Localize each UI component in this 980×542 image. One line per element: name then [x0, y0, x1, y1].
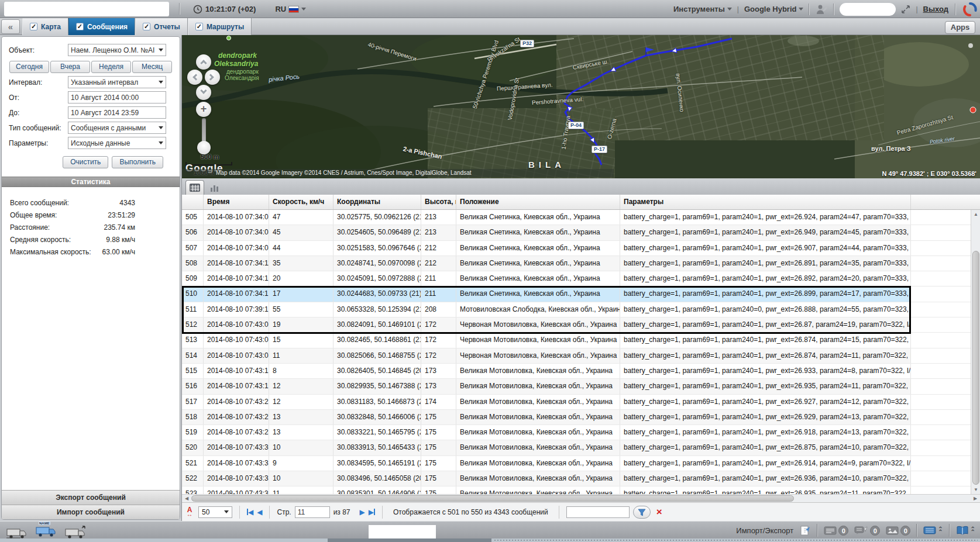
column-header-index[interactable]	[182, 195, 204, 209]
table-row[interactable]: 5102014-08-10 07:34:171730.0244683, 50.0…	[182, 286, 980, 302]
table-row[interactable]: 5082014-08-10 07:34:113530.0248741, 50.0…	[182, 256, 980, 271]
horizontal-scrollbar[interactable]: ◀ ▶	[182, 494, 980, 502]
vertical-scrollbar[interactable]: ▲ ▼	[971, 210, 980, 494]
vertical-scrollbar-thumb[interactable]	[972, 251, 979, 485]
tab-checkbox[interactable]: ✓	[30, 23, 37, 30]
language-selector[interactable]: RU	[275, 5, 306, 13]
zoom-in-button[interactable]: +	[196, 102, 211, 117]
pagination-bar: A↔ 50 ◀ ◀ Стр. из 87 ▶ ▶ Отображается с …	[182, 502, 980, 521]
column-header-Высота, м[interactable]: Высота, м	[421, 195, 456, 209]
quick-range-Вчера[interactable]: Вчера	[50, 61, 90, 73]
pan-right-button[interactable]	[205, 70, 220, 85]
user-settings-icon[interactable]	[815, 4, 828, 15]
cell-parameters: battery_charge=1, param69=1, param240=1,…	[620, 471, 911, 486]
expand-icon[interactable]	[901, 5, 910, 14]
bottom-scrollbar-thumb[interactable]	[328, 538, 491, 542]
table-row[interactable]: 5132014-08-10 07:43:061530.082465, 50.14…	[182, 333, 980, 348]
follow-unit-truck-icon[interactable]	[64, 526, 87, 540]
message-type-select[interactable]: Сообщения с данными	[68, 122, 166, 134]
table-row[interactable]: 5222014-08-10 07:43:331030.083496, 50.14…	[182, 471, 980, 486]
tab-checkbox[interactable]: ✓	[143, 23, 150, 30]
table-row[interactable]: 5232014-08-10 07:43:341130.0835301, 50.1…	[182, 486, 980, 494]
quick-range-Неделя[interactable]: Неделя	[91, 61, 131, 73]
object-select[interactable]: Наем. Лещенко О.М. №АІ	[68, 44, 166, 56]
table-row[interactable]: 5072014-08-10 07:34:084430.0251583, 50.0…	[182, 241, 980, 256]
autofit-columns-icon[interactable]: A↔	[187, 508, 192, 517]
user-name-area	[840, 3, 896, 16]
import-export-icon[interactable]	[799, 525, 811, 536]
media-counter[interactable]: 0	[886, 526, 910, 536]
table-row[interactable]: 5192014-08-10 07:43:281330.0833221, 50.1…	[182, 425, 980, 440]
scroll-down-arrow[interactable]: ▼	[971, 485, 980, 494]
collapse-panel-button[interactable]: «	[1, 19, 20, 34]
from-date-input[interactable]	[71, 94, 163, 102]
first-page-button[interactable]: ◀	[247, 508, 253, 516]
next-page-button[interactable]: ▶	[360, 508, 365, 516]
map[interactable]: dendroparkOleksandriyaдендропаркОлександ…	[182, 35, 980, 178]
table-row[interactable]: 5212014-08-10 07:43:32930.0834595, 50.14…	[182, 456, 980, 471]
monitoring-truck-icon[interactable]	[6, 526, 27, 540]
horizontal-scrollbar-thumb[interactable]	[191, 495, 794, 502]
table-row[interactable]: 5152014-08-10 07:43:12830.0826405, 50.14…	[182, 364, 980, 379]
tab-Карта[interactable]: ✓Карта	[22, 18, 68, 35]
column-header-Параметры[interactable]: Параметры	[620, 195, 911, 209]
pan-left-button[interactable]	[187, 70, 202, 85]
table-row[interactable]: 5122014-08-10 07:43:051930.0824091, 50.1…	[182, 317, 980, 333]
scroll-left-arrow[interactable]: ◀	[183, 495, 191, 502]
interval-select[interactable]: Указанный интервал	[68, 76, 166, 88]
cell-index: 514	[182, 348, 204, 363]
column-header-Положение[interactable]: Положение	[456, 195, 620, 209]
chart-view-tab[interactable]	[205, 180, 224, 195]
table-row[interactable]: 5182014-08-10 07:43:271330.0832848, 50.1…	[182, 410, 980, 425]
page-number-input[interactable]	[295, 506, 330, 518]
clear-button[interactable]: Очистить	[63, 156, 108, 168]
table-row[interactable]: 5052014-08-10 07:34:024730.025775, 50.09…	[182, 210, 980, 225]
scroll-right-arrow[interactable]: ▶	[971, 495, 979, 502]
map-source-menu[interactable]: Google Hybrid	[744, 5, 804, 13]
sms-counter[interactable]: 0	[824, 526, 848, 536]
tab-checkbox[interactable]: ✓	[195, 23, 203, 30]
prev-page-button[interactable]: ◀	[257, 508, 262, 516]
table-row[interactable]: 5092014-08-10 07:34:162030.0245091, 50.0…	[182, 271, 980, 286]
tab-checkbox[interactable]: ✓	[76, 23, 84, 30]
column-header-Время[interactable]: Время	[204, 195, 269, 209]
scroll-up-arrow[interactable]: ▲	[971, 210, 980, 219]
last-page-button[interactable]: ▶	[369, 508, 375, 516]
table-row[interactable]: 5142014-08-10 07:43:071130.0825066, 50.1…	[182, 348, 980, 364]
parameters-select[interactable]: Исходные данные	[68, 137, 166, 149]
column-header-Скорость, км/ч[interactable]: Скорость, км/ч	[269, 195, 333, 209]
pan-down-button[interactable]	[196, 85, 211, 100]
log-panel-toggle[interactable]: ⌃⌃	[956, 526, 975, 535]
to-date-input[interactable]	[71, 109, 163, 117]
zoom-slider-knob[interactable]	[197, 141, 211, 154]
filter-input[interactable]	[566, 506, 630, 518]
bottom-edge-strip	[0, 538, 980, 542]
clear-filter-button[interactable]: ×	[656, 506, 662, 518]
filter-button[interactable]	[633, 506, 651, 519]
tab-Маршруты[interactable]: ✓Маршруты	[188, 18, 252, 35]
execute-button[interactable]: Выполнить	[112, 156, 163, 168]
notification-counter[interactable]: 0	[854, 526, 880, 536]
quick-range-Месяц[interactable]: Месяц	[132, 61, 172, 73]
tools-menu[interactable]: Инструменты	[673, 5, 732, 13]
logout-link[interactable]: Выход	[923, 5, 948, 13]
table-row[interactable]: 5202014-08-10 07:43:301030.0833913, 50.1…	[182, 440, 980, 455]
keyboard-panel-toggle[interactable]: ⌃⌃	[923, 526, 943, 534]
import-messages-button[interactable]: Импорт сообщений	[2, 505, 180, 519]
pan-up-button[interactable]	[196, 54, 211, 70]
unit-names-truck-icon[interactable]: NAME	[35, 524, 56, 540]
grid-view-tab[interactable]	[185, 180, 204, 195]
page-size-select[interactable]: 50	[198, 506, 232, 518]
tab-Отчеты[interactable]: ✓Отчеты	[135, 18, 188, 35]
cell-parameters: battery_charge=1, param69=1, param240=1,…	[620, 364, 911, 378]
column-header-Координаты[interactable]: Координаты	[333, 195, 421, 209]
tab-Сообщения[interactable]: ✓Сообщения	[68, 18, 135, 35]
table-row[interactable]: 5162014-08-10 07:43:191230.0829935, 50.1…	[182, 379, 980, 394]
table-row[interactable]: 5112014-08-10 07:39:175530.0653328, 50.1…	[182, 302, 980, 317]
table-row[interactable]: 5172014-08-10 07:43:221230.0831183, 50.1…	[182, 395, 980, 410]
table-row[interactable]: 5062014-08-10 07:34:054530.0254605, 50.0…	[182, 225, 980, 240]
apps-button[interactable]: Apps	[945, 21, 975, 34]
bottom-bar: NAME Импорт/Экспорт 0 0 0 ⌃⌃ ⌃⌃	[0, 521, 980, 542]
quick-range-Сегодня[interactable]: Сегодня	[9, 61, 49, 73]
export-messages-button[interactable]: Экспорт сообщений	[2, 490, 180, 505]
